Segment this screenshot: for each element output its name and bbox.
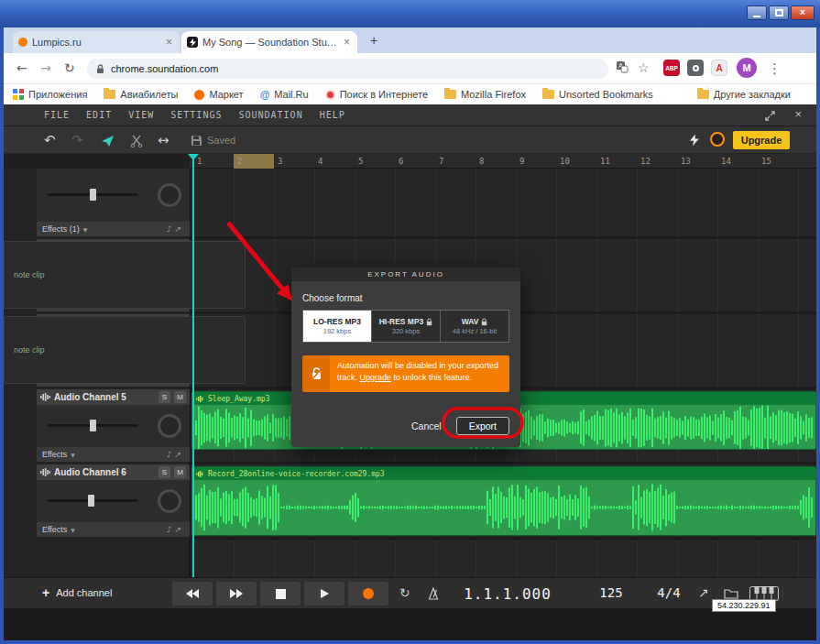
export-button[interactable]: Export — [456, 417, 509, 435]
volume-slider[interactable] — [48, 193, 138, 196]
pan-knob[interactable] — [158, 489, 181, 513]
translate-icon[interactable]: A — [616, 60, 629, 76]
add-channel-button[interactable]: + Add channel — [42, 585, 112, 600]
pan-knob[interactable] — [158, 414, 181, 438]
stop-button[interactable] — [260, 582, 301, 606]
audio-clip-record[interactable]: Record_28online-voice-recorder.com29.mp3 — [191, 466, 816, 536]
browser-menu-icon[interactable]: ⋮ — [768, 60, 782, 77]
rewind-button[interactable] — [172, 582, 213, 606]
folder-icon[interactable] — [724, 588, 738, 599]
maximize-button[interactable] — [769, 5, 789, 20]
menu-view[interactable]: VIEW — [128, 110, 154, 120]
format-wav[interactable]: WAV 48 kHz / 16-bit — [440, 311, 508, 342]
back-icon[interactable]: ← — [16, 60, 27, 75]
tab-close-icon[interactable]: × — [164, 36, 174, 49]
save-icon[interactable] — [191, 135, 202, 147]
format-hires-mp3[interactable]: HI-RES MP3 320 kbps — [371, 311, 440, 342]
effects-row[interactable]: Effects (1) ▼ ♪↗ — [37, 222, 190, 236]
time-signature-display[interactable]: 4/4 — [651, 585, 687, 600]
bookmark-aviabilety[interactable]: Авиабилеты — [104, 89, 178, 100]
new-tab-button[interactable]: + — [366, 34, 381, 49]
close-studio-icon[interactable]: × — [794, 107, 802, 121]
close-button[interactable]: × — [791, 5, 815, 20]
mute-button[interactable]: M — [174, 391, 186, 403]
fast-forward-icon — [229, 588, 244, 599]
channel-header[interactable]: Audio Channel 5 S M — [37, 389, 190, 405]
window-titlebar[interactable]: × — [0, 0, 820, 27]
tempo-display[interactable]: 125 — [590, 585, 632, 600]
slider-handle[interactable] — [90, 420, 96, 431]
adblock-extension-icon[interactable]: ABP — [663, 60, 680, 76]
slider-handle[interactable] — [90, 189, 96, 201]
select-tool-icon[interactable] — [101, 135, 115, 147]
menu-soundation[interactable]: SOUNDATION — [238, 110, 302, 120]
folder-icon — [444, 90, 456, 99]
upgrade-button[interactable]: Upgrade — [733, 131, 790, 149]
mute-button[interactable]: M — [174, 466, 186, 478]
undo-icon[interactable]: ↶ — [44, 132, 56, 148]
address-bar[interactable]: chrome.soundation.com — [87, 59, 608, 79]
extension-icon-2[interactable]: A — [711, 60, 727, 76]
channel-controls — [37, 169, 190, 222]
playhead[interactable] — [192, 154, 194, 577]
tab-soundation[interactable]: My Song — Soundation Studio × — [181, 31, 357, 53]
lightning-icon[interactable] — [690, 134, 699, 147]
channel-name[interactable]: Audio Channel 6 — [54, 467, 126, 477]
menu-help[interactable]: HELP — [320, 110, 345, 120]
extension-icon[interactable] — [687, 60, 704, 76]
play-button[interactable] — [304, 582, 344, 606]
menu-settings[interactable]: SETTINGS — [170, 110, 222, 120]
profile-avatar[interactable]: M — [737, 58, 757, 78]
menu-file[interactable]: FILE — [44, 110, 70, 120]
tab-close-icon[interactable]: × — [342, 36, 352, 49]
upgrade-badge-icon[interactable] — [710, 132, 725, 147]
stretch-tool-icon[interactable]: ↔ — [158, 132, 169, 148]
refresh-icon[interactable]: ↻ — [64, 60, 75, 75]
fullscreen-icon[interactable] — [764, 110, 776, 122]
format-name: WAV — [462, 317, 479, 326]
time-display[interactable]: 1.1.1.000 — [457, 585, 558, 603]
effects-row[interactable]: Effects ▼ ♪↗ — [37, 447, 190, 462]
other-bookmarks[interactable]: Другие закладки — [697, 89, 791, 100]
cancel-button[interactable]: Cancel — [411, 420, 442, 431]
tab-lumpics[interactable]: Lumpics.ru × — [13, 31, 180, 53]
bookmark-unsorted-folder[interactable]: Unsorted Bookmarks — [542, 89, 653, 100]
follow-playhead-icon[interactable]: ↗ — [698, 585, 709, 600]
format-selector: LO-RES MP3 192 kbps HI-RES MP3 320 kbps … — [302, 310, 509, 343]
export-audio-dialog[interactable]: EXPORT AUDIO Choose format LO-RES MP3 19… — [291, 267, 520, 447]
volume-slider[interactable] — [48, 499, 138, 502]
format-lores-mp3[interactable]: LO-RES MP3 192 kbps — [303, 311, 371, 342]
cut-tool-icon[interactable] — [130, 135, 143, 147]
fast-forward-button[interactable] — [216, 582, 257, 606]
forward-icon[interactable]: → — [40, 60, 51, 75]
metronome-icon[interactable] — [427, 587, 440, 600]
bookmark-mailru[interactable]: @ Mail.Ru — [260, 89, 309, 100]
note-clip[interactable]: note clip — [4, 316, 246, 384]
redo-icon[interactable]: ↷ — [71, 132, 83, 148]
ruler-number: 4 — [318, 157, 323, 166]
note-clip[interactable]: note clip — [4, 241, 246, 309]
loop-icon[interactable]: ↻ — [399, 585, 410, 600]
bookmark-star-icon[interactable]: ☆ — [638, 60, 650, 75]
timeline-ruler[interactable]: 123456789101112131415 — [190, 154, 816, 169]
bookmark-apps[interactable]: Приложения — [13, 89, 87, 100]
effects-row[interactable]: Effects ▼ ♪↗ — [37, 522, 190, 537]
bookmark-search[interactable]: Поиск в Интернете — [325, 89, 428, 100]
automation-icons[interactable]: ♪↗ — [167, 525, 184, 534]
slider-handle[interactable] — [88, 495, 94, 507]
volume-slider[interactable] — [48, 424, 138, 427]
upgrade-link[interactable]: Upgrade — [360, 373, 392, 382]
menu-edit[interactable]: EDIT — [86, 110, 112, 120]
solo-button[interactable]: S — [159, 466, 170, 478]
automation-icons[interactable]: ♪↗ — [167, 450, 184, 459]
bookmark-firefox-folder[interactable]: Mozilla Firefox — [444, 89, 526, 100]
record-button[interactable] — [348, 582, 388, 606]
bookmark-market[interactable]: Маркет — [194, 89, 243, 100]
pan-knob[interactable] — [158, 183, 181, 207]
automation-icons[interactable]: ♪↗ — [167, 224, 184, 234]
format-detail: 48 kHz / 16-bit — [453, 327, 497, 335]
channel-name[interactable]: Audio Channel 5 — [54, 392, 126, 402]
minimize-button[interactable] — [747, 5, 767, 20]
channel-header[interactable]: Audio Channel 6 S M — [37, 464, 190, 480]
solo-button[interactable]: S — [159, 391, 170, 403]
